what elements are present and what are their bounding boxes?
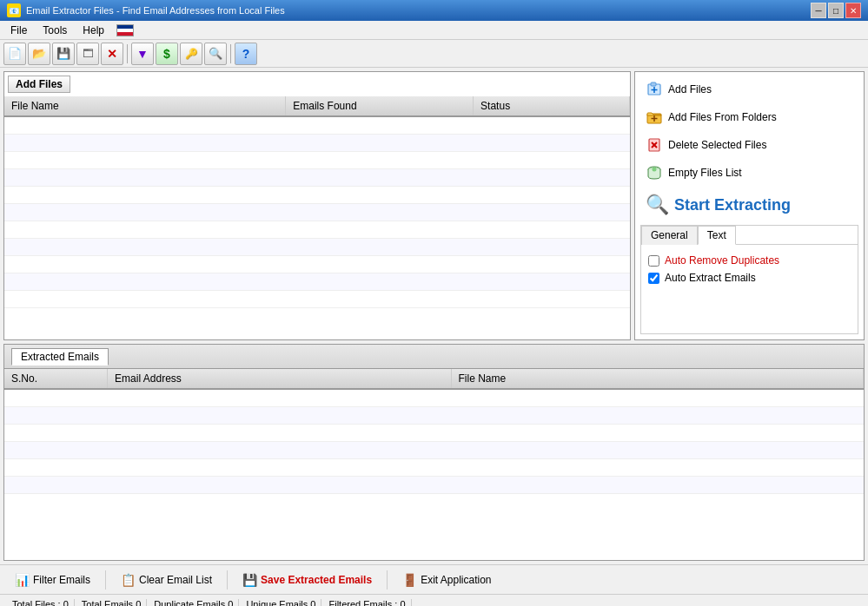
- status-bar: Total Files : 0 Total Emails 0 Duplicate…: [0, 594, 868, 606]
- filter-emails-icon: 📊: [15, 573, 30, 587]
- auto-extract-emails-label: Auto Extract Emails: [665, 272, 756, 284]
- status-total-files: Total Files : 0: [7, 599, 75, 607]
- right-add-folders[interactable]: Add Files From Folders: [640, 105, 858, 129]
- auto-extract-emails-checkbox[interactable]: [648, 273, 659, 284]
- delete-files-icon: [646, 136, 663, 154]
- table-row: [4, 406, 864, 424]
- start-extracting-icon: 🔍: [646, 194, 669, 216]
- magnify-icon: 🔍: [209, 47, 222, 60]
- files-table: File Name Emails Found Status: [4, 96, 630, 308]
- toolbar-delete[interactable]: ✕: [101, 43, 123, 65]
- tab-header: General Text: [641, 226, 858, 245]
- new-icon: 📄: [8, 47, 22, 60]
- language-flag[interactable]: [116, 24, 134, 36]
- auto-remove-duplicates-label: Auto Remove Duplicates: [665, 254, 779, 267]
- col-status: Status: [474, 96, 630, 116]
- table-row: [4, 424, 864, 441]
- table-row: [4, 389, 864, 406]
- add-files-button[interactable]: Add Files: [8, 76, 70, 93]
- toolbar-sep2: [230, 44, 231, 63]
- open-icon: 📂: [32, 47, 46, 60]
- table-row: [4, 186, 630, 203]
- top-panel: Add Files File Name Emails Found Status: [3, 71, 865, 340]
- clear-list-button[interactable]: 📋 Clear Email List: [113, 570, 220, 590]
- col-filename: File Name: [4, 96, 286, 116]
- table-row: [4, 476, 864, 493]
- help-icon: ?: [242, 47, 250, 61]
- table-row: [4, 116, 630, 134]
- extracted-emails-table-container: S.No. Email Address File Name: [4, 369, 864, 560]
- toolbar-key[interactable]: 🔑: [180, 43, 202, 65]
- file-panel: Add Files File Name Emails Found Status: [3, 71, 631, 340]
- svg-rect-1: [651, 82, 656, 86]
- bottom-toolbar: 📊 Filter Emails 📋 Clear Email List 💾 Sav…: [0, 564, 868, 594]
- toolbar-open[interactable]: 📂: [28, 43, 50, 65]
- svg-point-11: [653, 168, 657, 172]
- filter-emails-button[interactable]: 📊 Filter Emails: [7, 570, 98, 590]
- minimize-button[interactable]: ─: [811, 3, 826, 18]
- toolbar-window[interactable]: 🗔: [76, 43, 99, 65]
- toolbar-new[interactable]: 📄: [3, 43, 26, 65]
- table-row: [4, 458, 864, 476]
- exit-icon: 🚪: [402, 573, 417, 587]
- save-icon: 💾: [56, 47, 70, 60]
- toolbar-filter[interactable]: ▼: [131, 43, 154, 65]
- right-add-files[interactable]: Add Files: [640, 77, 858, 102]
- tab-general[interactable]: General: [641, 226, 698, 245]
- right-empty-list[interactable]: Empty Files List: [640, 161, 858, 185]
- status-filtered-emails: Filtered Emails : 0: [323, 599, 411, 607]
- auto-remove-duplicates-checkbox[interactable]: [648, 255, 659, 267]
- close-button[interactable]: ✕: [845, 3, 861, 18]
- extracted-table-body: [4, 389, 864, 493]
- extracted-emails-panel: Extracted Emails S.No. Email Address Fil…: [3, 344, 865, 561]
- auto-extract-emails-row: Auto Extract Emails: [648, 269, 851, 287]
- menu-bar: File Tools Help: [0, 21, 868, 40]
- menu-help[interactable]: Help: [76, 23, 111, 38]
- table-row: [4, 151, 630, 168]
- dollar-icon: $: [163, 47, 170, 61]
- key-icon: 🔑: [185, 48, 198, 60]
- toolbar-sep1: [127, 44, 128, 63]
- auto-remove-duplicates-row: Auto Remove Duplicates: [648, 252, 851, 269]
- settings-tabs: General Text Auto Remove Duplicates Auto…: [640, 225, 858, 334]
- filter-emails-label: Filter Emails: [33, 574, 90, 586]
- right-panel: Add Files Add Files From Folders: [634, 71, 865, 340]
- col-file-name: File Name: [451, 369, 864, 389]
- maximize-button[interactable]: □: [828, 3, 844, 18]
- main-toolbar: 📄 📂 💾 🗔 ✕ ▼ $ 🔑 🔍 ?: [0, 40, 868, 68]
- bottom-sep1: [105, 570, 106, 590]
- bottom-sep3: [387, 570, 388, 590]
- toolbar-magnify[interactable]: 🔍: [204, 43, 227, 65]
- table-row: [4, 134, 630, 151]
- exit-button[interactable]: 🚪 Exit Application: [394, 570, 499, 590]
- toolbar-save[interactable]: 💾: [52, 43, 75, 65]
- save-emails-button[interactable]: 💾 Save Extracted Emails: [235, 570, 380, 590]
- tab-text[interactable]: Text: [698, 226, 736, 245]
- save-emails-icon: 💾: [242, 573, 257, 587]
- col-email-address: Email Address: [108, 369, 451, 389]
- delete-icon: ✕: [107, 47, 117, 61]
- main-content: Add Files File Name Emails Found Status: [0, 68, 868, 564]
- table-row: [4, 255, 630, 273]
- app-icon: 📧: [7, 3, 21, 17]
- status-unique-emails: Unique Emails 0: [241, 599, 321, 607]
- table-row: [4, 441, 864, 458]
- toolbar-help[interactable]: ?: [235, 43, 257, 65]
- empty-list-icon: [646, 164, 663, 181]
- table-row: [4, 273, 630, 290]
- menu-tools[interactable]: Tools: [36, 23, 74, 38]
- filter-icon: ▼: [136, 47, 149, 61]
- right-delete-files[interactable]: Delete Selected Files: [640, 133, 858, 157]
- right-add-folders-label: Add Files From Folders: [668, 111, 777, 123]
- title-bar: 📧 Email Extractor Files - Find Email Add…: [0, 0, 868, 21]
- right-delete-files-label: Delete Selected Files: [668, 139, 766, 151]
- col-emails-found: Emails Found: [286, 96, 474, 116]
- window-title: Email Extractor Files - Find Email Addre…: [26, 5, 285, 16]
- clear-list-icon: 📋: [121, 573, 136, 587]
- extracted-emails-tab[interactable]: Extracted Emails: [11, 348, 109, 366]
- start-extracting-button[interactable]: 🔍 Start Extracting: [640, 188, 858, 221]
- save-emails-label: Save Extracted Emails: [261, 574, 372, 586]
- exit-label: Exit Application: [421, 574, 491, 586]
- toolbar-dollar[interactable]: $: [156, 43, 178, 65]
- menu-file[interactable]: File: [3, 23, 34, 38]
